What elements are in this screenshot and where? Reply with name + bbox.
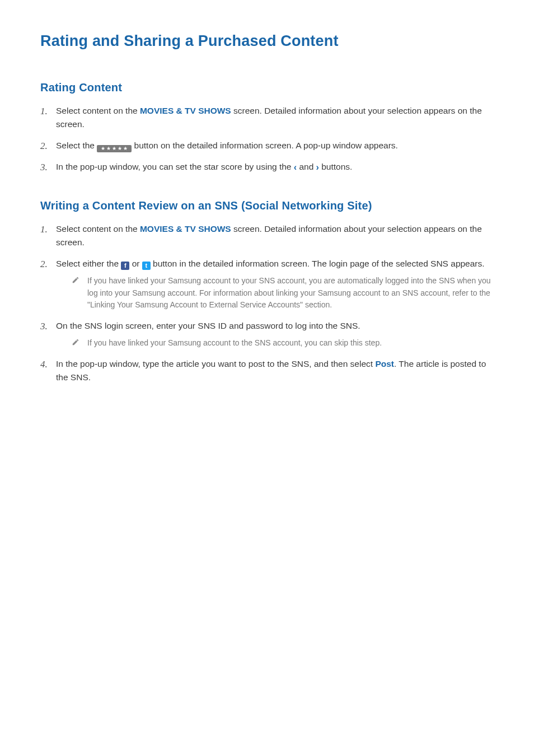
facebook-icon: f	[121, 262, 129, 270]
list-item: 2. Select either the f or t button in th…	[40, 257, 494, 311]
document-page: Rating and Sharing a Purchased Content R…	[0, 0, 534, 384]
section-rating-content: Rating Content 1. Select content on the …	[40, 81, 494, 175]
star-rating-button-icon: ★★★★★	[97, 145, 132, 152]
step-number: 2.	[40, 139, 48, 153]
step-number: 4.	[40, 357, 48, 372]
step-text: In the pop-up window, type the article y…	[56, 359, 375, 368]
movies-link: MOVIES & TV SHOWS	[140, 106, 231, 115]
note: If you have linked your Samsung account …	[56, 275, 494, 311]
step-text: In the pop-up window, you can set the st…	[56, 162, 294, 171]
list-item: 2. Select the ★★★★★ button on the detail…	[40, 139, 494, 152]
step-number: 3.	[40, 160, 48, 175]
list-item: 3. On the SNS login screen, enter your S…	[40, 319, 494, 349]
twitter-icon: t	[142, 262, 151, 270]
list-item: 1. Select content on the MOVIES & TV SHO…	[40, 104, 494, 131]
section-heading: Writing a Content Review on an SNS (Soci…	[40, 199, 494, 212]
note-text: If you have linked your Samsung account …	[87, 276, 491, 309]
note: If you have linked your Samsung account …	[56, 337, 494, 349]
ordered-list: 1. Select content on the MOVIES & TV SHO…	[40, 104, 494, 175]
ordered-list: 1. Select content on the MOVIES & TV SHO…	[40, 222, 494, 384]
step-text: button in the detailed information scree…	[151, 259, 485, 268]
note-text: If you have linked your Samsung account …	[87, 338, 382, 347]
step-number: 1.	[40, 104, 48, 119]
movies-link: MOVIES & TV SHOWS	[140, 224, 231, 234]
step-text: Select the	[56, 141, 97, 150]
step-text: or	[129, 259, 142, 268]
post-action: Post	[375, 359, 394, 368]
page-title: Rating and Sharing a Purchased Content	[40, 32, 494, 50]
step-text: On the SNS login screen, enter your SNS …	[56, 321, 360, 330]
step-text: Select content on the	[56, 106, 140, 115]
step-number: 2.	[40, 257, 48, 272]
step-number: 1.	[40, 222, 48, 237]
step-text: Select either the	[56, 259, 121, 268]
section-heading: Rating Content	[40, 81, 494, 94]
pencil-note-icon	[72, 338, 79, 346]
list-item: 1. Select content on the MOVIES & TV SHO…	[40, 222, 494, 249]
step-text: and	[297, 162, 316, 171]
list-item: 4. In the pop-up window, type the articl…	[40, 357, 494, 384]
list-item: 3. In the pop-up window, you can set the…	[40, 160, 494, 175]
pencil-note-icon	[72, 276, 79, 284]
step-text: Select content on the	[56, 224, 140, 234]
step-text: button on the detailed information scree…	[132, 141, 398, 150]
section-writing-review: Writing a Content Review on an SNS (Soci…	[40, 199, 494, 384]
step-text: buttons.	[319, 162, 352, 171]
step-number: 3.	[40, 319, 48, 334]
